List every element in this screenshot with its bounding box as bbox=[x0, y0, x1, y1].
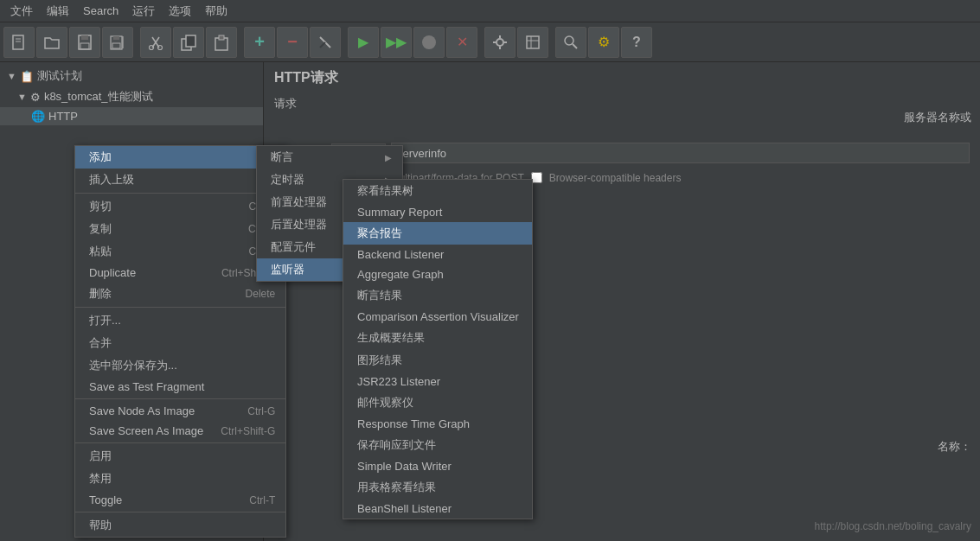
field-row-name: 请求 bbox=[274, 96, 970, 111]
ctx-help[interactable]: 帮助 bbox=[75, 514, 285, 537]
ctx-merge-label: 合并 bbox=[89, 335, 112, 351]
ctx-save-screen-img[interactable]: Save Screen As Image Ctrl+Shift-G bbox=[75, 421, 285, 441]
open-button[interactable] bbox=[36, 27, 67, 58]
sub2-table-view[interactable]: 用表格察看结果 bbox=[343, 476, 532, 499]
ctx-save-selected[interactable]: 选中部分保存为... bbox=[75, 354, 285, 377]
arrow-icon: ▼ bbox=[7, 71, 16, 81]
tools-button[interactable] bbox=[484, 27, 516, 58]
search-button[interactable] bbox=[555, 27, 586, 58]
main-area: ▼ 📋 测试计划 ▼ ⚙ k8s_tomcat_性能测试 🌐 HTTP 添加 ▶… bbox=[0, 62, 980, 541]
sub2-save-response[interactable]: 保存响应到文件 bbox=[343, 434, 532, 456]
help-button2[interactable] bbox=[517, 27, 548, 58]
sub2-response-time[interactable]: Response Time Graph bbox=[343, 414, 532, 434]
ctx-save-fragment-label: Save as Test Fragment bbox=[89, 380, 204, 393]
ctx-enable[interactable]: 启用 bbox=[75, 445, 285, 468]
ctx-merge[interactable]: 合并 bbox=[75, 332, 285, 354]
ctx-add[interactable]: 添加 ▶ bbox=[75, 146, 285, 169]
svg-point-20 bbox=[422, 35, 436, 49]
ctx-copy-label: 复制 bbox=[89, 221, 112, 237]
ctx-disable[interactable]: 禁用 bbox=[75, 468, 285, 490]
svg-rect-26 bbox=[527, 36, 539, 48]
menu-edit[interactable]: 编辑 bbox=[40, 2, 76, 21]
ctx-save-node-shortcut: Ctrl-G bbox=[247, 405, 275, 417]
ctx-save-fragment[interactable]: Save as Test Fragment bbox=[75, 377, 285, 397]
new-button[interactable] bbox=[3, 27, 35, 58]
menu-search[interactable]: Search bbox=[76, 3, 125, 19]
ctx-delete[interactable]: 删除 Delete bbox=[75, 283, 285, 305]
tree-test-plan-label: 测试计划 bbox=[37, 68, 82, 84]
save-button[interactable] bbox=[69, 27, 100, 58]
ctx-save-selected-label: 选中部分保存为... bbox=[89, 358, 177, 373]
ctx-save-node-img[interactable]: Save Node As Image Ctrl-G bbox=[75, 401, 285, 421]
save-all-button[interactable] bbox=[102, 27, 133, 58]
help-button[interactable]: ? bbox=[621, 27, 652, 58]
tree-http[interactable]: 🌐 HTTP bbox=[0, 107, 263, 125]
sub2-view-results-tree[interactable]: 察看结果树 bbox=[343, 180, 532, 202]
remove-button[interactable]: − bbox=[277, 27, 308, 58]
sub2-comparison-label: Comparison Assertion Visualizer bbox=[357, 310, 519, 323]
copy-button[interactable] bbox=[173, 27, 204, 58]
stop-now-button[interactable]: ✕ bbox=[446, 27, 477, 58]
sub1-timer-label: 定时器 bbox=[271, 172, 304, 188]
menu-options[interactable]: 选项 bbox=[162, 2, 198, 21]
clear-button[interactable] bbox=[310, 27, 341, 58]
sub2-summary-report[interactable]: Summary Report bbox=[343, 202, 532, 222]
svg-rect-5 bbox=[80, 43, 89, 49]
ctx-open-label: 打开... bbox=[89, 313, 121, 328]
sub2-beanshell[interactable]: BeanShell Listener bbox=[343, 499, 532, 519]
start-remote-button[interactable]: ▶▶ bbox=[381, 27, 412, 58]
sub2-aggregate-report[interactable]: 聚合报告 bbox=[343, 222, 532, 245]
ctx-cut-label: 剪切 bbox=[89, 199, 112, 214]
ctx-save-node-img-label: Save Node As Image bbox=[89, 404, 195, 417]
paste-button[interactable] bbox=[206, 27, 237, 58]
add-button[interactable]: + bbox=[244, 27, 275, 58]
ctx-copy[interactable]: 复制 Ctrl-C bbox=[75, 218, 285, 240]
cut-button[interactable] bbox=[140, 27, 171, 58]
ctx-paste[interactable]: 粘贴 Ctrl-V bbox=[75, 240, 285, 263]
tree-test-plan[interactable]: ▼ 📋 测试计划 bbox=[0, 66, 263, 86]
right-panel: HTTP请求 请求 方法： GET POST 自动重定向 Use multipa… bbox=[264, 62, 980, 541]
url-input[interactable] bbox=[391, 143, 970, 163]
sep5 bbox=[75, 512, 285, 512]
sub2-mail-viewer[interactable]: 邮件观察仪 bbox=[343, 391, 532, 414]
svg-line-30 bbox=[573, 44, 577, 48]
sub2-summary-label: Summary Report bbox=[357, 206, 442, 219]
arrow-icon2: ▼ bbox=[17, 92, 27, 102]
ctx-cut[interactable]: 剪切 Ctrl-X bbox=[75, 195, 285, 218]
ctx-delete-label: 删除 bbox=[89, 286, 112, 302]
left-panel: ▼ 📋 测试计划 ▼ ⚙ k8s_tomcat_性能测试 🌐 HTTP 添加 ▶… bbox=[0, 62, 264, 541]
menu-file[interactable]: 文件 bbox=[3, 2, 40, 21]
ctx-open[interactable]: 打开... bbox=[75, 309, 285, 332]
sub2-mail-label: 邮件观察仪 bbox=[357, 395, 413, 411]
menu-help[interactable]: 帮助 bbox=[198, 2, 234, 21]
options-button[interactable]: ⚙ bbox=[588, 27, 619, 58]
sub2-simple-writer[interactable]: Simple Data Writer bbox=[343, 456, 532, 476]
ctx-disable-label: 禁用 bbox=[89, 471, 112, 487]
stop-button[interactable] bbox=[413, 27, 445, 58]
sub2-generate-summary[interactable]: 生成概要结果 bbox=[343, 327, 532, 349]
sub2-graph-results[interactable]: 图形结果 bbox=[343, 349, 532, 372]
tree-k8s[interactable]: ▼ ⚙ k8s_tomcat_性能测试 bbox=[0, 86, 263, 107]
sub2-backend-listener[interactable]: Backend Listener bbox=[343, 245, 532, 264]
tree-http-label: HTTP bbox=[48, 110, 78, 123]
sub2-assertion-result[interactable]: 断言结果 bbox=[343, 284, 532, 307]
sub1-pre-label: 前置处理器 bbox=[271, 194, 327, 210]
sub2-aggregate-graph[interactable]: Aggregate Graph bbox=[343, 264, 532, 284]
sub2-jsr223[interactable]: JSR223 Listener bbox=[343, 372, 532, 391]
svg-line-19 bbox=[320, 42, 325, 48]
sub2-backend-label: Backend Listener bbox=[357, 248, 444, 261]
menu-run[interactable]: 运行 bbox=[125, 2, 162, 21]
run-button[interactable]: ▶ bbox=[348, 27, 379, 58]
ctx-toggle[interactable]: Toggle Ctrl-T bbox=[75, 490, 285, 510]
name-field-label2: 名称： bbox=[938, 439, 971, 455]
sub2-response-time-label: Response Time Graph bbox=[357, 417, 470, 430]
sub2-jsr223-label: JSR223 Listener bbox=[357, 375, 440, 388]
sub2-gen-summary-label: 生成概要结果 bbox=[357, 330, 425, 346]
sub1-assertion[interactable]: 断言 ▶ bbox=[257, 146, 402, 169]
sep3 bbox=[75, 398, 285, 399]
sep4 bbox=[75, 442, 285, 443]
svg-rect-17 bbox=[219, 35, 224, 40]
sub2-comparison-visualizer[interactable]: Comparison Assertion Visualizer bbox=[343, 307, 532, 327]
ctx-duplicate[interactable]: Duplicate Ctrl+Shift-C bbox=[75, 263, 285, 283]
ctx-insert-parent[interactable]: 插入上级 ▶ bbox=[75, 169, 285, 191]
